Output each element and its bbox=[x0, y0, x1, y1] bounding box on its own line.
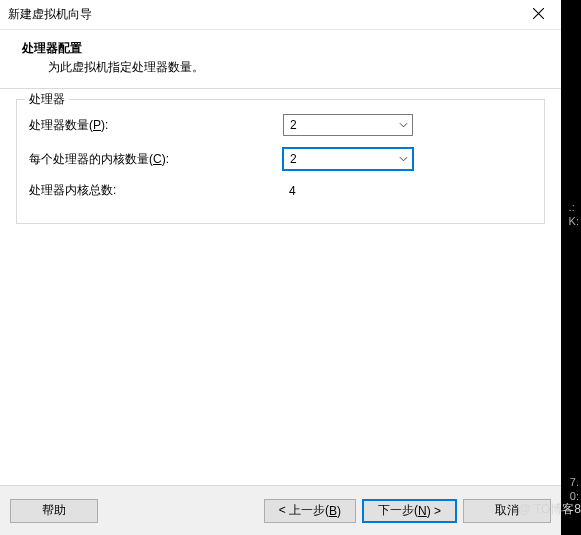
content-area: 处理器 处理器数量(P): 2 每个处理器的内核数量(C): 2 bbox=[0, 89, 561, 485]
help-button[interactable]: 帮助 bbox=[10, 499, 98, 523]
processors-value: 2 bbox=[290, 118, 297, 132]
header-title: 处理器配置 bbox=[22, 40, 547, 57]
cores-value: 2 bbox=[290, 152, 297, 166]
watermark: @ TO博客8 bbox=[519, 501, 581, 518]
row-processors: 处理器数量(P): 2 bbox=[29, 114, 532, 136]
cores-dropdown[interactable]: 2 bbox=[283, 148, 413, 170]
wizard-dialog: 新建虚拟机向导 处理器配置 为此虚拟机指定处理器数量。 处理器 处理器数量(P)… bbox=[0, 0, 561, 535]
window-title: 新建虚拟机向导 bbox=[8, 6, 92, 23]
chevron-down-icon bbox=[399, 156, 408, 162]
bg-fragment: .: K: bbox=[569, 200, 579, 228]
processors-dropdown[interactable]: 2 bbox=[283, 114, 413, 136]
processors-label: 处理器数量(P): bbox=[29, 117, 283, 134]
wizard-header: 处理器配置 为此虚拟机指定处理器数量。 bbox=[0, 30, 561, 88]
row-total: 处理器内核总数: 4 bbox=[29, 182, 532, 199]
bg-fragment: 7. 0: bbox=[570, 475, 579, 503]
wizard-footer: 帮助 < 上一步(B) 下一步(N) > 取消 bbox=[0, 485, 561, 535]
row-cores: 每个处理器的内核数量(C): 2 bbox=[29, 148, 532, 170]
total-value: 4 bbox=[283, 184, 296, 198]
total-label: 处理器内核总数: bbox=[29, 182, 283, 199]
header-subtitle: 为此虚拟机指定处理器数量。 bbox=[22, 59, 547, 76]
chevron-down-icon bbox=[399, 122, 408, 128]
titlebar: 新建虚拟机向导 bbox=[0, 0, 561, 30]
processor-groupbox: 处理器 处理器数量(P): 2 每个处理器的内核数量(C): 2 bbox=[16, 99, 545, 224]
next-button[interactable]: 下一步(N) > bbox=[362, 499, 457, 523]
close-button[interactable] bbox=[515, 0, 561, 30]
cores-label: 每个处理器的内核数量(C): bbox=[29, 151, 283, 168]
close-icon bbox=[533, 8, 544, 22]
groupbox-label: 处理器 bbox=[25, 91, 69, 108]
back-button[interactable]: < 上一步(B) bbox=[264, 499, 356, 523]
